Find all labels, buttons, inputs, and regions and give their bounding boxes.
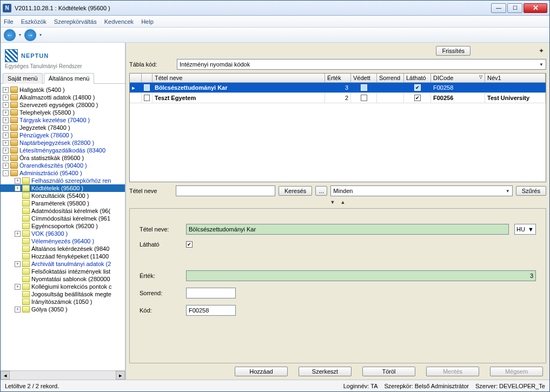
tree-expander-icon[interactable]: +: [3, 148, 9, 154]
tab-own-menu[interactable]: Saját menü: [3, 73, 43, 84]
tree-item[interactable]: Véleményezés (96400 ): [1, 237, 125, 245]
tree-item[interactable]: +Létesítménygazdálkodás (83400: [1, 147, 125, 154]
search-input[interactable]: [176, 185, 275, 196]
tree-expander-icon[interactable]: +: [3, 117, 9, 123]
tree-item[interactable]: Általános lekérdezések (9840: [1, 245, 125, 253]
tree-expander-icon[interactable]: -: [3, 170, 9, 176]
nav-back-button[interactable]: ←: [4, 29, 16, 41]
tree-item[interactable]: Jogosultság beállítások megte: [1, 290, 125, 298]
tree-expander-icon[interactable]: +: [15, 231, 21, 237]
tree-item[interactable]: -Adminisztráció (95400 ): [1, 169, 125, 177]
table-row[interactable]: Teszt Egyetem2F00256Test University: [130, 93, 546, 103]
checkbox-icon[interactable]: [144, 95, 150, 101]
collapse-up-icon[interactable]: ▲: [341, 200, 346, 205]
tab-general-menu[interactable]: Általános menü: [44, 73, 95, 84]
tree-expander-icon[interactable]: +: [3, 125, 9, 131]
tree-item[interactable]: Konzultációk (55400 ): [1, 192, 125, 200]
menu-roleswitch[interactable]: Szerepkörváltás: [54, 18, 97, 25]
tree-item[interactable]: +VOK (96300 ): [1, 230, 125, 237]
search-button[interactable]: Keresés: [279, 186, 312, 196]
col-dicode[interactable]: DICode ▽: [431, 74, 485, 82]
tree-item[interactable]: +Szervezeti egységek (28000 ): [1, 101, 125, 109]
tree-expander-icon[interactable]: +: [15, 178, 21, 184]
tree-item[interactable]: +Tárgyak kezelése (70400 ): [1, 116, 125, 124]
tree-item[interactable]: +Felhasználó szerepkörhöz ren: [1, 177, 125, 184]
pin-icon[interactable]: ✦: [536, 47, 546, 55]
tree-item[interactable]: Irányítószámok (1050 ): [1, 298, 125, 305]
tree-expander-icon[interactable]: +: [15, 185, 21, 191]
tree-item[interactable]: +Pénzügyek (78600 ): [1, 131, 125, 139]
close-button[interactable]: ✕: [524, 3, 547, 13]
col-order[interactable]: Sorrend: [377, 74, 404, 82]
tree-item[interactable]: +Gólya (3050 ): [1, 305, 125, 313]
tree-expander-icon[interactable]: +: [3, 102, 9, 108]
tree-item[interactable]: Nyomtatási sablonok (280000: [1, 275, 125, 283]
splitter[interactable]: ▼ ▲: [129, 200, 546, 205]
detail-order-input[interactable]: [186, 288, 236, 298]
tree-expander-icon[interactable]: +: [3, 87, 9, 93]
titlebar[interactable]: N V2011.10.28.1 : Kódtételek (95600 ) — …: [1, 1, 549, 16]
tree-item[interactable]: +Hallgatók (5400 ): [1, 86, 125, 94]
tree-item[interactable]: Egyéncsoportok (96200 ): [1, 222, 125, 230]
detail-code-input[interactable]: [186, 305, 236, 316]
tree-item[interactable]: +Naptárbejegyzések (82800 ): [1, 139, 125, 147]
tree-item[interactable]: Felsőoktatási intézmények list: [1, 268, 125, 275]
edit-button[interactable]: Szerkeszt: [299, 367, 352, 376]
table-row[interactable]: ▸Bölcsészettudományi Kar3F00258: [130, 83, 546, 93]
detail-name-input[interactable]: [186, 224, 509, 235]
menu-tools[interactable]: Eszközök: [21, 18, 47, 25]
tree-item[interactable]: +Óra statisztikák (89600 ): [1, 154, 125, 162]
tree-item[interactable]: +Órarendkészítés (90400 ): [1, 162, 125, 169]
tree-expander-icon[interactable]: +: [3, 110, 9, 116]
tree-expander-icon[interactable]: +: [15, 284, 21, 290]
tree-item[interactable]: +Archivált tanulmányi adatok (2: [1, 260, 125, 268]
tree-expander-icon[interactable]: +: [15, 261, 21, 267]
search-more-button[interactable]: ...: [315, 186, 327, 196]
filter-dropdown[interactable]: Minden ▼: [330, 185, 512, 196]
nav-forward-dropdown-icon[interactable]: ▾: [39, 32, 42, 37]
tree-expander-icon[interactable]: +: [3, 140, 9, 146]
col-visible[interactable]: Látható: [404, 74, 431, 82]
tree-item[interactable]: +Alkalmazotti adatok (14800 ): [1, 94, 125, 101]
add-button[interactable]: Hozzáad: [235, 367, 288, 376]
data-grid[interactable]: Tétel neve Érték Védett Sorrend Látható …: [129, 73, 546, 182]
minimize-button[interactable]: —: [491, 3, 506, 13]
tree-expander-icon[interactable]: +: [3, 132, 9, 138]
tree-hscroll[interactable]: ◂ ▸: [1, 370, 125, 380]
menu-file[interactable]: File: [4, 18, 14, 25]
tree-expander-icon[interactable]: +: [3, 163, 9, 169]
maximize-button[interactable]: ☐: [507, 3, 522, 13]
language-dropdown[interactable]: HU ▼: [514, 224, 536, 235]
checkbox-icon[interactable]: [361, 95, 367, 101]
checkbox-icon[interactable]: [144, 84, 150, 91]
tree-item[interactable]: Hozzáad fényképeket (11400: [1, 253, 125, 260]
tree-item[interactable]: +Jegyzetek (78400 ): [1, 124, 125, 131]
tree-item[interactable]: Adatmódosítási kérelmek (96(: [1, 207, 125, 215]
scroll-right-icon[interactable]: ▸: [116, 371, 125, 380]
detail-visible-checkbox[interactable]: [186, 241, 193, 248]
tablecode-dropdown[interactable]: Intézményi nyomdai kódok ▼: [177, 59, 546, 70]
delete-button[interactable]: Töröl: [362, 367, 415, 376]
save-button[interactable]: Mentés: [426, 367, 479, 376]
tree-item[interactable]: +Telephelyek (55800 ): [1, 109, 125, 116]
col-value[interactable]: Érték: [325, 74, 351, 82]
menu-favorites[interactable]: Kedvencek: [104, 18, 134, 25]
detail-value-input[interactable]: [186, 270, 536, 281]
col-protected[interactable]: Védett: [351, 74, 377, 82]
checkbox-icon[interactable]: [414, 84, 421, 91]
menu-help[interactable]: Help: [141, 18, 154, 25]
nav-back-dropdown-icon[interactable]: ▾: [19, 32, 21, 37]
collapse-down-icon[interactable]: ▼: [330, 200, 335, 205]
scroll-left-icon[interactable]: ◂: [1, 371, 10, 380]
cancel-button[interactable]: Mégsem: [490, 367, 543, 376]
tree-item[interactable]: Paraméterek (95800 ): [1, 200, 125, 207]
refresh-button[interactable]: Frissítés: [436, 46, 471, 56]
tree[interactable]: +Hallgatók (5400 )+Alkalmazotti adatok (…: [1, 84, 125, 370]
filter-button[interactable]: Szűrés: [516, 186, 546, 196]
tree-expander-icon[interactable]: +: [15, 307, 21, 313]
tree-item[interactable]: +Kódtételek (95600 ): [1, 184, 125, 192]
col-name1[interactable]: Név1: [485, 74, 546, 82]
col-name[interactable]: Tétel neve: [153, 74, 325, 82]
tree-item[interactable]: +Kollégiumi korrekciós pontok c: [1, 283, 125, 290]
nav-forward-button[interactable]: →: [24, 29, 36, 41]
